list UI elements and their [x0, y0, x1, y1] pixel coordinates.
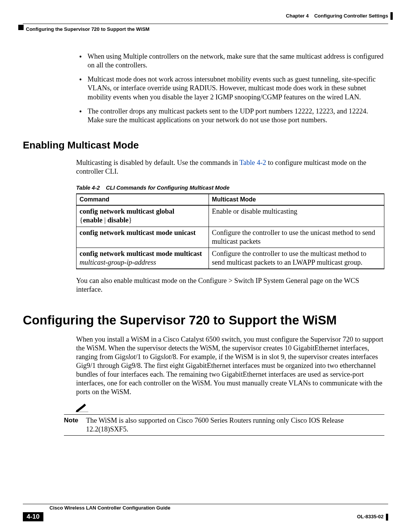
- subheader: Configuring the Supervisor 720 to Suppor…: [23, 24, 388, 32]
- table-row: config network multicast global{enable |…: [76, 205, 384, 227]
- supervisor-body: When you install a WiSM in a Cisco Catal…: [76, 335, 384, 397]
- cell-desc: Configure the controller to use the unic…: [209, 227, 384, 248]
- chapter-title: Configuring Controller Settings: [314, 13, 388, 19]
- list-item: The controller drops any multicast packe…: [76, 107, 384, 125]
- table-row: config network multicast mode multicastm…: [76, 248, 384, 269]
- page-footer: Cisco Wireless LAN Controller Configurat…: [23, 504, 388, 521]
- bullet-list: When using Multiple controllers on the n…: [76, 52, 384, 125]
- after-table-text: You can also enable multicast mode on th…: [76, 276, 384, 294]
- table-ref-link[interactable]: Table 4-2: [239, 159, 266, 166]
- cell-command: config network multicast global{enable |…: [76, 205, 209, 227]
- cell-command: config network multicast mode multicastm…: [76, 248, 209, 269]
- header-edge-marker: [390, 12, 393, 20]
- intro-text-a: Multicasting is disabled by default. Use…: [76, 159, 239, 166]
- guide-title: Cisco Wireless LAN Controller Configurat…: [23, 504, 388, 511]
- list-item: When using Multiple controllers on the n…: [76, 52, 384, 70]
- cell-command: config network multicast mode unicast: [76, 227, 209, 248]
- breadcrumb: Configuring the Supervisor 720 to Suppor…: [26, 26, 150, 32]
- footer-edge-marker: [386, 514, 388, 521]
- note-label: Note: [64, 416, 86, 434]
- table-number: Table 4-2: [76, 185, 100, 191]
- section-heading-enable-multicast: Enabling Multicast Mode: [23, 139, 388, 152]
- table-header-command: Command: [76, 194, 209, 205]
- section-heading-supervisor: Configuring the Supervisor 720 to Suppor…: [23, 312, 388, 328]
- table-caption: Table 4-2CLI Commands for Configuring Mu…: [76, 184, 384, 191]
- note-block: Note The WiSM is also supported on Cisco…: [64, 404, 384, 436]
- command-table: Command Multicast Mode config network mu…: [76, 193, 384, 269]
- doc-id: OL-8335-02: [357, 514, 384, 519]
- chapter-header: Chapter 4 Configuring Controller Setting…: [286, 13, 388, 19]
- table-row: config network multicast mode unicast Co…: [76, 227, 384, 248]
- cell-desc: Configure the controller to use the mult…: [209, 248, 384, 269]
- chapter-number: Chapter 4: [286, 13, 309, 19]
- page-number: 4-10: [23, 512, 43, 521]
- table-header-mode: Multicast Mode: [209, 194, 384, 205]
- note-text: The WiSM is also supported on Cisco 7600…: [86, 416, 384, 434]
- pencil-icon: [75, 404, 384, 414]
- list-item: Multicast mode does not work across inte…: [76, 75, 384, 101]
- section-intro: Multicasting is disabled by default. Use…: [76, 158, 384, 176]
- running-header: Chapter 4 Configuring Controller Setting…: [23, 13, 388, 23]
- cell-desc: Enable or disable multicasting: [209, 205, 384, 227]
- table-title: CLI Commands for Configuring Multicast M…: [106, 185, 229, 191]
- subheader-box-icon: [18, 25, 24, 30]
